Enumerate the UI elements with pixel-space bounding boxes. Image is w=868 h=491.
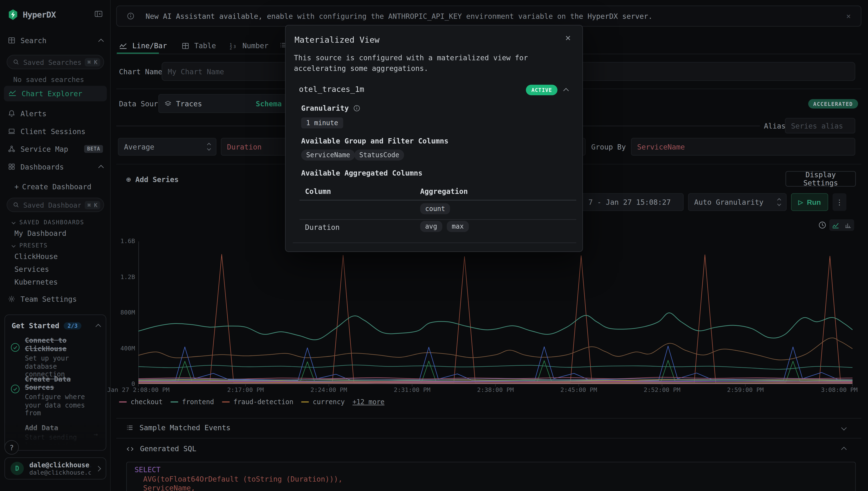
collapse-sidebar-icon[interactable] (94, 10, 103, 20)
data-source-select[interactable]: Traces Schema (158, 94, 288, 113)
aggregation-select[interactable]: Average (118, 138, 216, 155)
section-label: Generated SQL (140, 445, 197, 453)
table-row-divider (299, 219, 576, 220)
chevron-up-icon[interactable] (563, 88, 569, 93)
saved-searches-input[interactable]: Saved Searches ⌘ K (7, 55, 104, 69)
filter-column-chip: StatusCode (354, 149, 404, 161)
tab-number[interactable]: 123 Number (230, 41, 269, 50)
x-axis-tick-label: 2:31:00 PM (394, 386, 430, 394)
tab-line-bar[interactable]: Line/Bar (119, 41, 167, 50)
sidebar-item-alerts[interactable]: Alerts (8, 109, 103, 118)
add-series-button[interactable]: ⊕ Add Series (126, 175, 178, 184)
sidebar-item-kubernetes[interactable]: Kubernetes (14, 278, 58, 286)
sidebar-item-client-sessions[interactable]: Client Sessions (8, 126, 103, 136)
sidebar-item-dashboards[interactable]: Dashboards (8, 162, 103, 171)
chart-name-label: Chart Name (119, 67, 162, 76)
materialized-view-modal: Materialized View × This source is confi… (285, 25, 583, 252)
number-icon: 123 (230, 42, 238, 50)
progress-badge: 2/3 (64, 322, 82, 329)
modal-description: This source is configured with a materia… (294, 53, 575, 74)
sidebar-item-my-dashboard[interactable]: My Dashboard (14, 229, 66, 237)
user-menu[interactable]: D dale@clickhouse.… dale@clickhouse.c… (4, 457, 106, 480)
clock-icon[interactable] (818, 221, 826, 229)
table-header-aggregation: Aggregation (420, 187, 468, 195)
get-started-step[interactable]: Create Data Sources Configure where your… (25, 375, 100, 417)
section-label: SAVED DASHBOARDS (19, 219, 84, 226)
alias-label: Alias (764, 122, 785, 130)
step-title: Connect to ClickHouse (25, 336, 100, 353)
x-axis-tick-label: 3:08:00 PM (821, 386, 858, 394)
table-icon (8, 37, 16, 45)
sidebar-item-label: Team Settings (21, 295, 77, 303)
sidebar-item-clickhouse[interactable]: ClickHouse (14, 253, 58, 261)
app-window: HyperDX Search Saved Searches ⌘ K No sav… (0, 0, 868, 491)
aggregation-chip: count (420, 203, 450, 214)
filter-column-chip: ServiceName (301, 149, 355, 161)
nodes-icon (8, 145, 16, 153)
saved-dashboards-input[interactable]: Saved Dashboards ⌘ K (7, 198, 104, 212)
ai-assistant-banner: New AI Assistant available, enable with … (116, 5, 861, 27)
modal-bottom-divider (293, 242, 576, 243)
granularity-select[interactable]: Auto Granularity (688, 193, 787, 211)
divider (116, 438, 861, 438)
plus-icon: + (14, 182, 19, 191)
chart-legend: checkout frontend fraud-detection curren… (119, 398, 385, 406)
table-header-column: Column (305, 187, 331, 195)
modal-title: Materialized View (294, 35, 379, 45)
sample-events-section-header[interactable]: Sample Matched Events (126, 424, 846, 432)
no-saved-searches-text: No saved searches (13, 75, 84, 83)
sidebar-item-team-settings[interactable]: Team Settings (8, 294, 103, 304)
legend-label: frontend (182, 398, 214, 406)
modal-close-icon[interactable]: × (565, 32, 571, 43)
alias-input[interactable] (785, 118, 856, 133)
schema-link[interactable]: Schema (256, 99, 282, 108)
legend-item[interactable]: frontend (171, 398, 214, 406)
svg-text:2: 2 (230, 46, 232, 50)
sidebar-item-service-map[interactable]: Service Map BETA (8, 144, 103, 154)
legend-swatch (171, 402, 178, 403)
presets-section[interactable]: PRESETS (12, 242, 48, 249)
run-button[interactable]: ▷ Run (791, 193, 828, 211)
legend-item[interactable]: currency (301, 398, 345, 406)
group-by-input[interactable] (631, 138, 855, 155)
create-dashboard-button[interactable]: + Create Dashboard (14, 181, 103, 192)
shortcut-badge: ⌘ K (85, 201, 100, 209)
legend-swatch (222, 402, 230, 403)
chart-series (139, 346, 852, 381)
generated-sql-code[interactable]: SELECT AVG(toFloat64OrDefault (toString … (126, 462, 856, 491)
saved-searches-placeholder: Saved Searches (23, 58, 81, 66)
info-icon[interactable] (353, 105, 360, 112)
sidebar-item-chart-explorer[interactable]: Chart Explorer (4, 86, 107, 101)
table-header-divider (299, 200, 576, 200)
tab-table[interactable]: Table (182, 41, 216, 50)
layers-icon (164, 100, 172, 107)
accelerated-badge: ACCELERATED (808, 99, 858, 109)
get-started-step[interactable]: Connect to ClickHouse Set up your databa… (25, 336, 100, 379)
aggregation-chip: avg (420, 221, 442, 232)
banner-close-icon[interactable]: × (846, 11, 851, 21)
info-icon (127, 12, 134, 20)
timeseries-chart[interactable] (139, 241, 852, 384)
active-tab-underline (117, 53, 159, 54)
line-chart-icon[interactable] (832, 221, 839, 229)
get-started-title: Get Started (11, 322, 59, 330)
legend-more-link[interactable]: +12 more (353, 398, 385, 406)
saved-dashboards-section[interactable]: SAVED DASHBOARDS (12, 219, 84, 226)
get-started-header[interactable]: Get Started 2/3 (11, 322, 100, 330)
sidebar-item-services[interactable]: Services (14, 265, 49, 273)
generated-sql-section-header[interactable]: Generated SQL (126, 445, 846, 453)
search-icon (13, 202, 20, 208)
chevron-up-icon (95, 324, 101, 329)
legend-item[interactable]: checkout (119, 398, 163, 406)
line-chart-icon (119, 41, 127, 50)
more-options-button[interactable]: ⋮ (833, 193, 846, 211)
avatar: D (10, 462, 24, 475)
sidebar-item-search[interactable]: Search (8, 35, 103, 45)
help-button[interactable]: ? (4, 440, 19, 455)
bar-chart-icon[interactable] (845, 222, 851, 229)
group-by-label: Group By (591, 143, 626, 151)
get-started-step[interactable]: Add Data Start sending logs, metrics, or… (25, 424, 91, 451)
display-settings-button[interactable]: Display Settings (785, 171, 856, 186)
legend-item[interactable]: fraud-detection (222, 398, 293, 406)
chevron-down-icon (11, 243, 16, 247)
